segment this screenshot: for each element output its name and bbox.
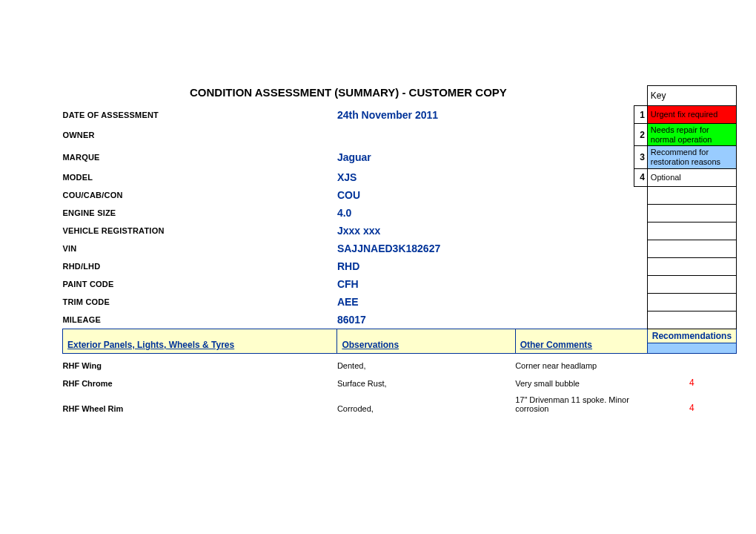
section-header-observations: Observations [337, 329, 515, 354]
item-name: RHF Wing [63, 354, 337, 371]
field-label: VEHICLE REGISTRATION [63, 222, 337, 240]
empty-key-box [647, 293, 736, 311]
document-page: CONDITION ASSESSMENT (SUMMARY) - CUSTOME… [0, 0, 756, 534]
field-value: SAJJNAED3K182627 [337, 240, 634, 257]
field-label: COU/CAB/CON [63, 186, 337, 204]
field-value: Jaguar [337, 146, 634, 168]
field-label: ENGINE SIZE [63, 204, 337, 222]
field-label: TRIM CODE [63, 293, 337, 311]
table-row: RHF Wing Dented, Corner near headlamp [63, 354, 737, 371]
field-label: VIN [63, 240, 337, 257]
field-label: OWNER [63, 124, 337, 146]
field-value: AEE [337, 293, 634, 311]
field-label: MODEL [63, 168, 337, 186]
item-name: RHF Chrome [63, 370, 337, 388]
empty-key-box [647, 222, 736, 240]
section-header-comments: Other Comments [515, 329, 647, 354]
key-desc-recommend: Recommend for restoration reasons [647, 146, 736, 168]
assessment-table: CONDITION ASSESSMENT (SUMMARY) - CUSTOME… [62, 85, 737, 413]
item-observation: Surface Rust, [337, 370, 515, 388]
key-num: 4 [634, 168, 647, 186]
key-desc-optional: Optional [647, 168, 736, 186]
field-value: 24th November 2011 [337, 106, 634, 124]
empty-key-box [647, 240, 736, 257]
field-label: DATE OF ASSESSMENT [63, 106, 337, 124]
empty-key-box [647, 186, 736, 204]
item-recommendation: 4 [647, 370, 736, 388]
field-value [337, 124, 634, 146]
key-header: Key [647, 86, 736, 106]
empty-key-box [647, 275, 736, 293]
key-num: 1 [634, 106, 647, 124]
empty-key-box [647, 257, 736, 275]
item-recommendation: 4 [647, 388, 736, 413]
field-value: CFH [337, 275, 634, 293]
field-value: Jxxx xxx [337, 222, 634, 240]
page-title: CONDITION ASSESSMENT (SUMMARY) - CUSTOME… [63, 86, 634, 106]
field-value: RHD [337, 257, 634, 275]
key-num: 3 [634, 146, 647, 168]
key-num: 2 [634, 124, 647, 146]
field-label: MILEAGE [63, 311, 337, 329]
field-label: RHD/LHD [63, 257, 337, 275]
table-row: RHF Wheel Rim Corroded, 17" Drivenman 11… [63, 388, 737, 413]
item-name: RHF Wheel Rim [63, 388, 337, 413]
field-value: 86017 [337, 311, 634, 329]
item-observation: Corroded, [337, 388, 515, 413]
key-desc-urgent: Urgent fix required [647, 106, 736, 124]
section-header-exterior: Exterior Panels, Lights, Wheels & Tyres [63, 329, 337, 354]
empty-key-box [647, 311, 736, 329]
field-value: 4.0 [337, 204, 634, 222]
field-value: COU [337, 186, 634, 204]
field-value: XJS [337, 168, 634, 186]
item-comment: 17" Drivenman 11 spoke. Minor corrosion [515, 388, 647, 413]
key-desc-repair: Needs repair for normal operation [647, 124, 736, 146]
field-label: PAINT CODE [63, 275, 337, 293]
item-comment: Corner near headlamp [515, 354, 647, 371]
item-observation: Dented, [337, 354, 515, 371]
item-comment: Very small bubble [515, 370, 647, 388]
recommendation-subheader [647, 343, 736, 354]
table-row: RHF Chrome Surface Rust, Very small bubb… [63, 370, 737, 388]
item-recommendation [647, 354, 736, 371]
empty-key-box [647, 204, 736, 222]
section-header-recommendations: Recommendations [647, 329, 736, 343]
field-label: MARQUE [63, 146, 337, 168]
